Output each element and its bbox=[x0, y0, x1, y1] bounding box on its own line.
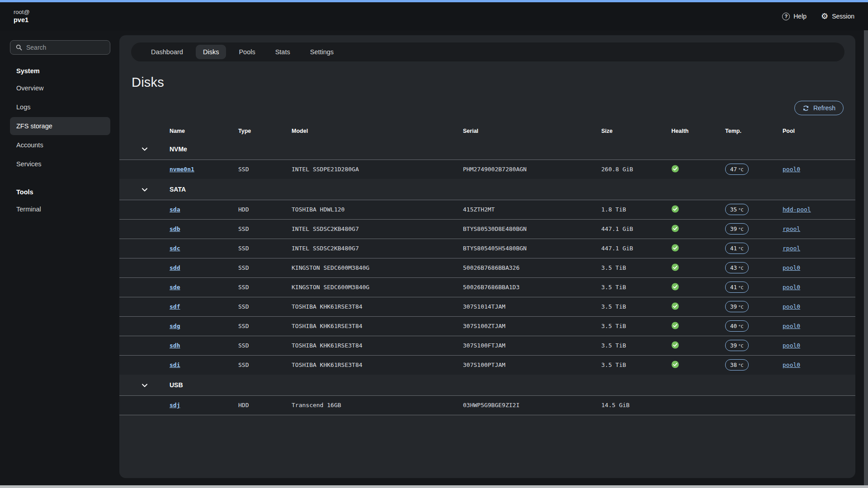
sidebar-item-accounts[interactable]: Accounts bbox=[10, 136, 110, 154]
disk-size: 3.5 TiB bbox=[601, 297, 671, 316]
disk-size: 260.8 GiB bbox=[601, 160, 671, 179]
disk-type: SSD bbox=[238, 160, 292, 179]
disk-name-link[interactable]: nvme0n1 bbox=[170, 166, 194, 173]
host-identity: root@ pve1 bbox=[14, 9, 30, 24]
disk-size: 14.5 GiB bbox=[601, 395, 671, 415]
disk-health bbox=[671, 258, 725, 277]
sidebar-item-zfs-storage[interactable]: ZFS storage bbox=[10, 117, 110, 135]
disk-pool bbox=[783, 395, 855, 415]
disk-serial: 307S100ZTJAM bbox=[463, 316, 601, 336]
disk-name-link[interactable]: sde bbox=[170, 284, 180, 291]
health-ok-icon bbox=[671, 341, 679, 349]
tab-pools[interactable]: Pools bbox=[231, 45, 262, 59]
disk-health bbox=[671, 316, 725, 336]
table-row: sdb SSD INTEL SSDSC2KB480G7 BTYS80530D8E… bbox=[119, 219, 855, 239]
tab-bar: Dashboard Disks Pools Stats Settings bbox=[131, 42, 844, 61]
table-row: sdc SSD INTEL SSDSC2KB480G7 BTYS805405H5… bbox=[119, 239, 855, 258]
vertical-scrollbar[interactable] bbox=[864, 30, 868, 485]
disk-name-link[interactable]: sdi bbox=[170, 361, 180, 368]
col-size: Size bbox=[601, 122, 671, 139]
pool-link[interactable]: pool0 bbox=[783, 323, 800, 329]
health-ok-icon bbox=[671, 302, 679, 310]
temp-badge: 35°C bbox=[725, 204, 749, 215]
disk-health bbox=[671, 297, 725, 316]
disk-serial: 307S1014TJAM bbox=[463, 297, 601, 316]
disks-table: Name Type Model Serial Size Health Temp.… bbox=[119, 122, 855, 415]
sidebar-item-overview[interactable]: Overview bbox=[10, 79, 110, 97]
help-button[interactable]: ? Help bbox=[782, 13, 807, 20]
disk-model: TOSHIBA KHK61RSE3T84 bbox=[292, 336, 463, 355]
refresh-label: Refresh bbox=[813, 104, 835, 112]
pool-link[interactable]: pool0 bbox=[783, 284, 800, 291]
disk-name-link[interactable]: sdc bbox=[170, 245, 180, 252]
col-type: Type bbox=[238, 122, 292, 139]
content-panel: Dashboard Disks Pools Stats Settings Dis… bbox=[119, 35, 855, 478]
tab-disks[interactable]: Disks bbox=[196, 45, 226, 59]
disk-size: 3.5 TiB bbox=[601, 336, 671, 355]
chevron-down-icon[interactable] bbox=[142, 384, 147, 387]
tab-stats[interactable]: Stats bbox=[268, 45, 297, 59]
pool-link[interactable]: pool0 bbox=[783, 342, 800, 349]
disk-type: HDD bbox=[238, 200, 292, 219]
page-title: Disks bbox=[132, 75, 855, 90]
gear-icon: ⚙ bbox=[821, 12, 828, 20]
disk-type: SSD bbox=[238, 258, 292, 277]
sidebar-item-terminal[interactable]: Terminal bbox=[10, 200, 110, 218]
sidebar-item-logs[interactable]: Logs bbox=[10, 98, 110, 116]
temp-badge: 39°C bbox=[725, 223, 749, 235]
pool-link[interactable]: pool0 bbox=[783, 361, 800, 368]
disk-type: SSD bbox=[238, 297, 292, 316]
disk-name-link[interactable]: sdh bbox=[170, 342, 180, 349]
session-button[interactable]: ⚙ Session bbox=[821, 12, 854, 20]
tab-settings[interactable]: Settings bbox=[303, 45, 341, 59]
disk-health bbox=[671, 355, 725, 375]
disk-model: TOSHIBA HDWL120 bbox=[292, 200, 463, 219]
search-box[interactable] bbox=[10, 40, 110, 55]
health-ok-icon bbox=[671, 205, 679, 213]
sidebar-section: Tools Terminal bbox=[10, 188, 110, 218]
pool-link[interactable]: rpool bbox=[783, 245, 800, 252]
disk-model: KINGSTON SEDC600M3840G bbox=[292, 258, 463, 277]
disk-temp: 39°C bbox=[725, 297, 783, 316]
health-ok-icon bbox=[671, 263, 679, 271]
disk-size: 447.1 GiB bbox=[601, 219, 671, 239]
sidebar-section-title: Tools bbox=[10, 188, 110, 196]
refresh-button[interactable]: Refresh bbox=[794, 101, 844, 115]
tab-dashboard[interactable]: Dashboard bbox=[144, 45, 190, 59]
disk-pool: pool0 bbox=[783, 316, 855, 336]
disk-model: TOSHIBA KHK61RSE3T84 bbox=[292, 355, 463, 375]
pool-link[interactable]: pool0 bbox=[783, 264, 800, 271]
disk-name-link[interactable]: sdd bbox=[170, 264, 180, 271]
disk-name-link[interactable]: sdj bbox=[170, 402, 180, 408]
disk-model: Transcend 16GB bbox=[292, 395, 463, 415]
disk-size: 447.1 GiB bbox=[601, 239, 671, 258]
disk-name-link[interactable]: sdb bbox=[170, 225, 180, 232]
disk-name-link[interactable]: sda bbox=[170, 206, 180, 213]
table-header-row: Name Type Model Serial Size Health Temp.… bbox=[119, 122, 855, 139]
table-row: nvme0n1 SSD INTEL SSDPE21D280GA PHM27490… bbox=[119, 160, 855, 179]
disk-group-label: SATA bbox=[170, 179, 855, 200]
pool-link[interactable]: pool0 bbox=[783, 303, 800, 310]
table-row: sdj HDD Transcend 16GB 03HWP5G9BGE9ZI2I … bbox=[119, 395, 855, 415]
disk-pool: pool0 bbox=[783, 258, 855, 277]
main-area: Dashboard Disks Pools Stats Settings Dis… bbox=[119, 30, 868, 478]
pool-link[interactable]: pool0 bbox=[783, 166, 800, 173]
temp-badge: 38°C bbox=[725, 359, 749, 371]
search-input[interactable] bbox=[26, 44, 94, 51]
health-ok-icon bbox=[671, 244, 679, 252]
pool-link[interactable]: rpool bbox=[783, 225, 800, 232]
disk-name-link[interactable]: sdf bbox=[170, 303, 180, 310]
disk-pool: rpool bbox=[783, 239, 855, 258]
pool-link[interactable]: hdd-pool bbox=[783, 206, 811, 213]
disk-type: SSD bbox=[238, 355, 292, 375]
col-name: Name bbox=[170, 122, 238, 139]
horizontal-scrollbar[interactable] bbox=[0, 485, 868, 488]
sidebar-item-services[interactable]: Services bbox=[10, 155, 110, 173]
col-model: Model bbox=[292, 122, 463, 139]
disks-table-body: NVMe nvme0n1 SSD INTEL SSDPE21D280GA PHM… bbox=[119, 139, 855, 415]
disk-temp: 39°C bbox=[725, 219, 783, 239]
disk-pool: rpool bbox=[783, 219, 855, 239]
disk-name-link[interactable]: sdg bbox=[170, 323, 180, 329]
chevron-down-icon[interactable] bbox=[142, 188, 147, 192]
chevron-down-icon[interactable] bbox=[142, 147, 147, 151]
